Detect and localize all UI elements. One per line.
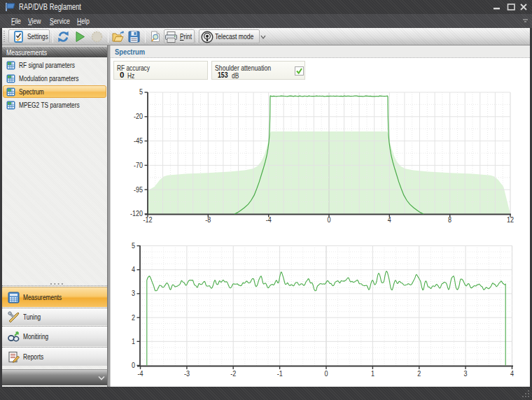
svg-text:1: 1	[371, 369, 374, 378]
svg-text:5: 5	[132, 241, 135, 250]
svg-text:-8: -8	[205, 216, 211, 224]
svg-text:4: 4	[388, 216, 391, 224]
svg-text:2: 2	[132, 313, 135, 322]
svg-text:-45: -45	[134, 136, 143, 145]
svg-text:12: 12	[507, 216, 514, 224]
svg-text:4: 4	[132, 265, 135, 273]
svg-text:-4: -4	[137, 369, 143, 378]
svg-text:2: 2	[417, 369, 421, 378]
svg-text:3: 3	[132, 290, 135, 298]
svg-text:-95: -95	[134, 185, 143, 194]
svg-text:-12: -12	[143, 216, 152, 224]
svg-text:0: 0	[324, 369, 328, 378]
svg-text:-3: -3	[184, 369, 190, 378]
svg-text:8: 8	[448, 216, 451, 224]
svg-text:-20: -20	[134, 112, 143, 120]
svg-text:-1: -1	[277, 369, 283, 378]
svg-text:5: 5	[139, 88, 143, 97]
svg-text:-120: -120	[130, 210, 143, 218]
svg-text:4: 4	[510, 369, 514, 378]
svg-text:0: 0	[328, 216, 331, 224]
svg-text:0: 0	[132, 361, 135, 369]
svg-text:-4: -4	[266, 216, 272, 224]
svg-text:-2: -2	[230, 369, 236, 378]
svg-text:3: 3	[464, 369, 468, 378]
svg-text:-70: -70	[134, 161, 143, 169]
svg-text:1: 1	[132, 337, 135, 345]
